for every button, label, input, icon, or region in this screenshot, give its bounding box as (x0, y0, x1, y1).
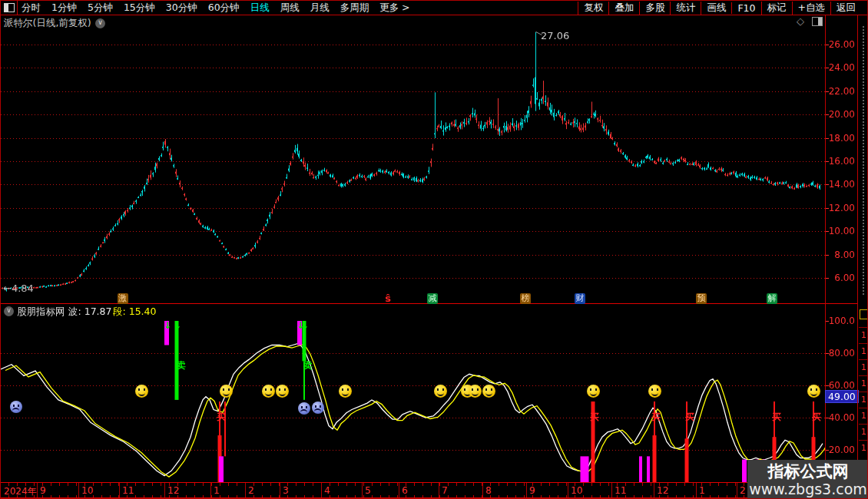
event-flag-减[interactable]: 减 (427, 293, 438, 304)
time-axis: 2024年910111212345678910111212 (1, 482, 825, 498)
smiley-face-icon (807, 385, 820, 398)
event-flag-财[interactable]: 财 (575, 293, 585, 304)
indicator-seg-label: 段: 15.40 (113, 306, 157, 319)
month-label-2: 2 (248, 485, 254, 496)
menu-item-标记[interactable]: 标记 (761, 2, 792, 15)
month-label-11: 11 (122, 485, 134, 496)
month-label-9: 9 (40, 485, 46, 496)
smiley-mouth (265, 390, 272, 396)
sell-signal-label: 卖 (303, 361, 313, 371)
ind-tick-dash (826, 321, 829, 322)
smiley-mouth (651, 390, 658, 396)
event-flag-解[interactable]: 解 (767, 293, 777, 304)
menu-item-复权[interactable]: 复权 (578, 2, 608, 15)
indicator-chevron-down-icon[interactable]: ∨ (4, 306, 14, 316)
price-tick-18.00: 18.00 (824, 133, 855, 144)
smiley-face-icon (587, 385, 600, 398)
menu-item-F10[interactable]: F10 (731, 2, 760, 14)
smiley-face-icon (220, 385, 233, 398)
ind-tick-60.00: 60.00 (824, 380, 855, 391)
month-label-7: 7 (442, 485, 448, 496)
month-separator (321, 483, 322, 497)
menu-item-画线[interactable]: 画线 (701, 2, 731, 15)
menu-item-5分钟[interactable]: 5分钟 (88, 2, 113, 15)
menu-item-叠加[interactable]: 叠加 (608, 2, 639, 15)
split-layout-icon (4, 3, 15, 12)
month-separator (696, 483, 697, 497)
menu-item-+自选[interactable]: +自选 (792, 2, 830, 15)
candlestick-chart[interactable] (1, 15, 825, 305)
smiley-mouth (485, 390, 492, 396)
top-menubar: 分时1分钟5分钟15分钟30分钟60分钟日线周线月线多周期更多 > 复权叠加多股… (1, 1, 867, 15)
ind-tick-dash (826, 353, 829, 354)
period-menu: 分时1分钟5分钟15分钟30分钟60分钟日线周线月线多周期更多 > (22, 2, 410, 15)
menu-item-更多 >[interactable]: 更多 > (379, 2, 409, 15)
smiley-mouth (472, 390, 479, 396)
price-tick-14.00: 14.00 (824, 179, 855, 190)
sad-eye (320, 405, 321, 408)
ind-tick-20.00: 20.00 (824, 444, 855, 455)
sad-eye (315, 405, 316, 408)
month-label-2: 2 (740, 485, 746, 496)
price-tick-dash (826, 255, 829, 256)
menu-item-周线[interactable]: 周线 (280, 2, 300, 15)
buy-signal-label: 买 (685, 412, 694, 422)
price-tick-26.00: 26.00 (824, 39, 855, 50)
price-tick-24.00: 24.00 (824, 62, 855, 73)
month-separator (568, 483, 568, 497)
smiley-mouth (138, 390, 145, 396)
menu-item-日线[interactable]: 日线 (250, 2, 270, 15)
sad-mouth (300, 409, 307, 415)
sell-arrow-icon: ↓ (164, 321, 171, 330)
menu-item-1分钟[interactable]: 1分钟 (51, 2, 77, 15)
menu-item-返回[interactable]: 返回 (830, 2, 861, 15)
clipped-content (863, 26, 864, 295)
event-flag-激[interactable]: 激 (118, 293, 128, 304)
menu-item-多股[interactable]: 多股 (639, 2, 670, 15)
price-tick-dash (826, 278, 829, 279)
clipped-row: 1 (859, 392, 868, 408)
clipped-row: 1 (859, 375, 868, 392)
clipped-row: 1 (859, 327, 868, 343)
month-separator (280, 483, 280, 497)
menu-item-统计[interactable]: 统计 (670, 2, 701, 15)
price-tick-dash (826, 184, 829, 185)
price-tick-dash (826, 114, 829, 115)
smiley-mouth (279, 390, 286, 396)
event-flag-预[interactable]: 预 (696, 293, 707, 304)
ind-tick-40.00: 40.00 (824, 412, 855, 423)
indicator-chart[interactable] (1, 316, 825, 482)
price-tick-dash (826, 208, 829, 209)
menu-item-60分钟[interactable]: 60分钟 (208, 2, 240, 15)
menu-item-分时[interactable]: 分时 (22, 2, 41, 15)
price-tick-16.00: 16.00 (824, 156, 855, 167)
sad-eye (301, 406, 303, 408)
menu-item-15分钟[interactable]: 15分钟 (124, 2, 155, 15)
indicator-name: 股朋指标网 (17, 306, 65, 319)
menu-item-30分钟[interactable]: 30分钟 (166, 2, 197, 15)
month-separator (37, 483, 38, 497)
sad-eye (13, 405, 15, 407)
month-separator (362, 483, 363, 497)
menu-item-月线[interactable]: 月线 (310, 2, 330, 15)
event-flag-榜[interactable]: 榜 (520, 293, 531, 304)
month-separator (737, 483, 737, 497)
price-tick-dash (826, 231, 829, 232)
month-label-10: 10 (571, 485, 582, 496)
sad-face-icon (10, 401, 22, 413)
menu-item-多周期[interactable]: 多周期 (340, 2, 369, 15)
price-tick-dash (826, 45, 829, 45)
event-flag-ŝ[interactable]: ŝ (383, 293, 393, 304)
price-tick-20.00: 20.00 (824, 109, 855, 120)
month-label-5: 5 (365, 485, 371, 496)
sad-face-icon (312, 402, 324, 414)
indicator-wave-label: 波: 17.87 (68, 306, 112, 319)
month-separator (210, 483, 211, 497)
low-annotation: ←4.84 (3, 283, 34, 294)
clipped-row: 1 (859, 359, 868, 375)
smiley-face-icon (339, 385, 352, 398)
smiley-mouth (590, 390, 597, 396)
month-separator (78, 483, 79, 497)
layout-icon-cell[interactable] (1, 1, 18, 15)
sad-face-icon (298, 402, 310, 415)
